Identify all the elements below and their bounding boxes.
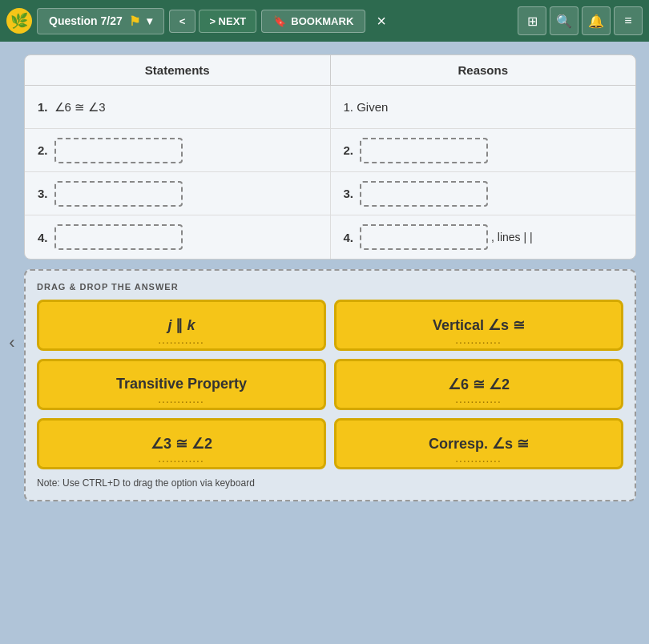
drag-option-1-dots: ............ <box>159 336 204 345</box>
statement-1-text: ∠6 ≅ ∠3 <box>54 100 106 115</box>
drag-option-4-text: ∠6 ≅ ∠2 <box>448 376 510 392</box>
content-area: Statements Reasons 1. ∠6 ≅ ∠3 1. Given 2… <box>24 42 649 644</box>
drag-option-2-dots: ............ <box>456 336 502 345</box>
drag-option-6-text: Corresp. ∠s ≅ <box>429 436 529 452</box>
bookmark-label: BOOKMARK <box>291 15 353 27</box>
drag-option-1-text: j ∥ k <box>167 317 195 333</box>
drag-option-4[interactable]: ∠6 ≅ ∠2 ............ <box>334 359 623 410</box>
nav-buttons: < > NEXT <box>169 10 256 33</box>
reason-num-2: 2. <box>344 143 354 157</box>
proof-row-3: 3. 3. <box>25 172 635 215</box>
row-num-4: 4. <box>38 231 48 244</box>
icon-buttons: ⊞ 🔍 🔔 ≡ <box>518 6 643 35</box>
statement-drop-4[interactable] <box>54 224 183 250</box>
drag-option-5-dots: ............ <box>159 455 204 464</box>
main-area: ‹ Statements Reasons 1. ∠6 ≅ ∠3 1. Given <box>0 42 649 644</box>
search-icon-button[interactable]: 🔍 <box>550 6 578 35</box>
proof-header: Statements Reasons <box>25 55 635 86</box>
statements-header: Statements <box>25 55 331 85</box>
bookmark-icon: 🔖 <box>273 15 286 27</box>
drag-option-3-text: Transitive Property <box>116 376 247 392</box>
reason-drop-3[interactable] <box>360 181 488 207</box>
reason-cell-3: 3. <box>331 172 636 215</box>
question-label: Question 7/27 <box>49 14 123 27</box>
drag-options-grid: j ∥ k ............ Vertical ∠s ≅ .......… <box>37 300 623 469</box>
drag-drop-label: DRAG & DROP THE ANSWER <box>37 282 623 292</box>
drag-option-4-dots: ............ <box>456 396 502 405</box>
reason-cell-2: 2. <box>331 129 636 171</box>
row-num-1: 1. <box>38 100 48 114</box>
question-counter: Question 7/27 ⚑ ▾ <box>37 8 164 34</box>
statement-cell-4: 4. <box>25 215 331 259</box>
drag-option-2[interactable]: Vertical ∠s ≅ ............ <box>334 300 623 351</box>
proof-row-1: 1. ∠6 ≅ ∠3 1. Given <box>25 86 635 129</box>
keyboard-note: Note: Use CTRL+D to drag the option via … <box>37 477 623 489</box>
drag-option-6-dots: ............ <box>456 455 502 464</box>
flag-icon: ⚑ <box>129 14 140 29</box>
row-num-2: 2. <box>38 143 48 157</box>
drag-drop-section: DRAG & DROP THE ANSWER j ∥ k ...........… <box>24 269 636 501</box>
proof-table: Statements Reasons 1. ∠6 ≅ ∠3 1. Given 2… <box>24 54 636 260</box>
reason-cell-1: 1. Given <box>331 86 636 128</box>
drag-option-3-dots: ............ <box>159 396 204 405</box>
reason-1-text: 1. Given <box>344 100 389 114</box>
bookmark-button[interactable]: 🔖 BOOKMARK <box>261 10 365 33</box>
reason-cell-4: 4. , lines | | <box>331 215 636 259</box>
drag-option-2-text: Vertical ∠s ≅ <box>433 317 525 333</box>
drag-option-3[interactable]: Transitive Property ............ <box>37 359 326 410</box>
statement-drop-3[interactable] <box>54 181 183 207</box>
statement-cell-1: 1. ∠6 ≅ ∠3 <box>25 86 331 128</box>
reason-num-4: 4. <box>344 231 354 244</box>
toolbar: 🌿 Question 7/27 ⚑ ▾ < > NEXT 🔖 BOOKMARK … <box>0 0 649 42</box>
bell-icon-button[interactable]: 🔔 <box>582 6 611 35</box>
reason-drop-2[interactable] <box>360 138 488 163</box>
grid-icon-button[interactable]: ⊞ <box>518 6 546 35</box>
chevron-down-icon: ▾ <box>147 14 152 27</box>
app-logo: 🌿 <box>6 8 32 34</box>
prev-button[interactable]: < <box>169 10 196 33</box>
menu-icon-button[interactable]: ≡ <box>614 6 643 35</box>
proof-row-4: 4. 4. , lines | | <box>25 215 635 259</box>
close-button[interactable]: × <box>370 9 393 34</box>
next-button[interactable]: > NEXT <box>199 10 256 33</box>
statement-cell-2: 2. <box>25 129 331 171</box>
drag-option-5-text: ∠3 ≅ ∠2 <box>151 436 212 452</box>
left-nav-arrow[interactable]: ‹ <box>0 42 24 644</box>
drag-option-5[interactable]: ∠3 ≅ ∠2 ............ <box>37 418 326 469</box>
drag-option-1[interactable]: j ∥ k ............ <box>37 300 326 351</box>
statement-cell-3: 3. <box>25 172 331 215</box>
row-num-3: 3. <box>38 187 48 200</box>
lines-suffix: , lines | | <box>491 231 533 244</box>
proof-row-2: 2. 2. <box>25 129 635 172</box>
statement-drop-2[interactable] <box>54 138 183 163</box>
reason-drop-4[interactable] <box>360 224 488 250</box>
reasons-header: Reasons <box>331 55 636 85</box>
reason-num-3: 3. <box>344 187 354 200</box>
drag-option-6[interactable]: Corresp. ∠s ≅ ............ <box>334 418 623 469</box>
